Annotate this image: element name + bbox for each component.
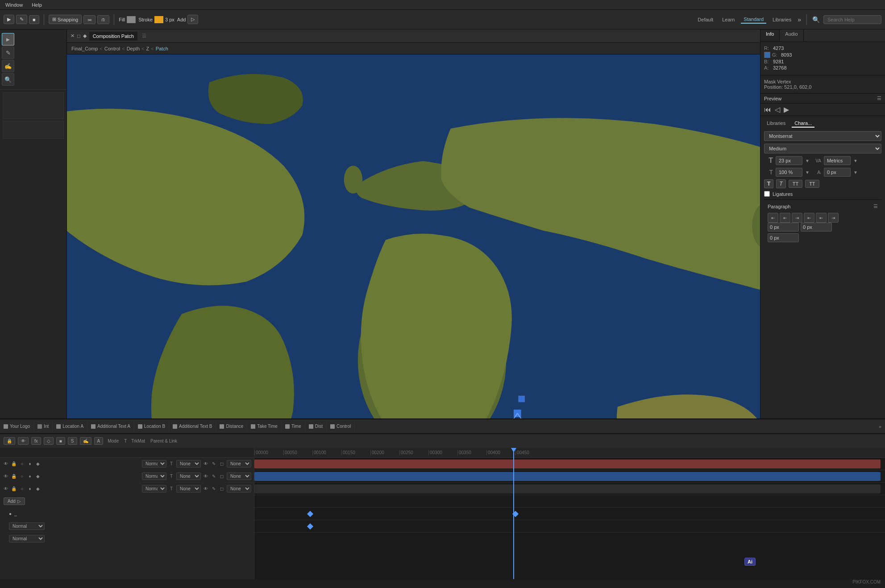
char-tracking-input[interactable]: [824, 156, 851, 165]
pen-tool-btn[interactable]: ✎: [16, 15, 27, 24]
para-space-after-input[interactable]: [801, 223, 832, 232]
preview-prev-frame-btn[interactable]: ◁: [775, 105, 780, 114]
preview-menu-icon[interactable]: ☰: [877, 95, 881, 101]
workspace-learn[interactable]: Learn: [719, 16, 737, 23]
hand-tool[interactable]: ✍: [2, 60, 14, 72]
para-space-before-input[interactable]: [768, 223, 799, 232]
char-baseline-down-icon[interactable]: ▼: [853, 170, 858, 175]
right-tab-audio[interactable]: Audio: [780, 29, 803, 41]
menu-help[interactable]: Help: [30, 1, 44, 8]
breadcrumb-final-comp[interactable]: Final_Comp: [71, 46, 98, 51]
char-size-down-icon[interactable]: ▼: [805, 158, 810, 163]
tl-pencil-2[interactable]: ✎: [211, 473, 217, 480]
tl-mode-1[interactable]: Normal: [142, 460, 166, 468]
fill-swatch[interactable]: [127, 16, 136, 23]
tl-mode-2[interactable]: Normal: [142, 472, 166, 480]
tl-link-2[interactable]: ◻: [219, 473, 225, 480]
tl-solo-icon-2[interactable]: ○: [19, 473, 25, 480]
search-input[interactable]: [823, 15, 881, 24]
tl-eye-2-1[interactable]: 👁: [203, 461, 209, 467]
right-tab-info[interactable]: Info: [760, 29, 780, 41]
tl-mode-3[interactable]: Normal: [142, 485, 166, 493]
breadcrumb-z[interactable]: Z: [146, 46, 149, 51]
workspace-default[interactable]: Default: [695, 16, 716, 23]
comp-tab-patch[interactable]: Composition Patch: [89, 32, 137, 41]
char-weight-select[interactable]: Medium: [764, 144, 881, 153]
tl-tab-location-a[interactable]: Location A: [53, 422, 87, 431]
workspace-overflow-icon[interactable]: »: [798, 16, 801, 23]
char-underline-btn[interactable]: TT: [789, 180, 802, 188]
comp-minimize-icon[interactable]: □: [77, 33, 80, 39]
tl-eye-icon-1[interactable]: 👁: [3, 461, 9, 467]
char-tracking-down-icon[interactable]: ▼: [853, 158, 858, 163]
tl-effects-btn[interactable]: fx: [31, 437, 41, 445]
preview-go-start-btn[interactable]: ⏮: [764, 106, 771, 114]
tl-parent-3[interactable]: None: [227, 485, 251, 493]
workspace-libraries[interactable]: Libraries: [770, 16, 794, 23]
select-tool[interactable]: ►: [2, 33, 14, 46]
tl-eye-2-3[interactable]: 👁: [203, 486, 209, 492]
pen-tool[interactable]: ✎: [2, 46, 14, 59]
tl-tab-additional-text-a[interactable]: Additional Text A: [87, 422, 134, 431]
tl-tab-time[interactable]: Time: [282, 422, 305, 431]
tl-lock-icon-2[interactable]: 🔒: [11, 473, 17, 480]
tl-t-icon-2[interactable]: T: [168, 473, 175, 480]
tl-frame-btn[interactable]: ◇: [44, 437, 54, 445]
breadcrumb-control[interactable]: Control: [104, 46, 120, 51]
para-menu-icon[interactable]: ☰: [873, 203, 878, 209]
para-justify-left-btn[interactable]: ⇤: [804, 213, 814, 223]
tl-solo-icon-1[interactable]: ○: [19, 461, 25, 467]
tl-playhead[interactable]: [513, 448, 514, 579]
tl-tab-int[interactable]: Int: [34, 422, 53, 431]
zoom-tool[interactable]: 🔍: [2, 73, 14, 86]
shape-tool-btn[interactable]: ■: [29, 15, 39, 24]
char-tab-libraries[interactable]: Libraries: [764, 120, 788, 128]
tl-tabs-overflow[interactable]: »: [875, 424, 885, 429]
para-left-align-btn[interactable]: ⇤: [768, 213, 778, 223]
tl-eye-2-2[interactable]: 👁: [203, 473, 209, 480]
tl-normal-select-1[interactable]: Normal: [9, 522, 45, 530]
tl-link-3[interactable]: ◻: [219, 486, 225, 492]
tl-tab-additional-text-b[interactable]: Additional Text B: [169, 422, 216, 431]
tl-lock-btn[interactable]: 🔒: [4, 437, 15, 445]
tl-motion-blur-icon-2[interactable]: ◆: [35, 473, 41, 480]
add-btn[interactable]: ▷: [187, 15, 198, 24]
tl-layer-icon-btn[interactable]: ■: [56, 437, 65, 445]
char-font-select[interactable]: Montserrat: [764, 131, 881, 141]
char-strikethrough-btn[interactable]: TT: [805, 180, 819, 188]
preview-play-btn[interactable]: ▶: [784, 105, 789, 114]
tl-tab-distance[interactable]: Distance: [216, 422, 247, 431]
snapping-btn[interactable]: ⊞ Snapping: [49, 15, 82, 24]
breadcrumb-depth[interactable]: Depth: [127, 46, 140, 51]
tl-eye-icon-3[interactable]: 👁: [3, 486, 9, 492]
distribute-btn[interactable]: ⫙: [97, 15, 109, 24]
para-justify-right-btn[interactable]: ⇥: [828, 213, 839, 223]
char-leading-input[interactable]: [776, 168, 802, 177]
char-size-input[interactable]: [776, 156, 802, 165]
align-btn[interactable]: ⫘: [83, 15, 96, 24]
tl-label-btn[interactable]: A: [94, 437, 104, 445]
tl-tab-location-b[interactable]: Location B: [134, 422, 169, 431]
tl-normal-select-2[interactable]: Normal: [9, 535, 45, 542]
workspace-standard[interactable]: Standard: [741, 16, 766, 24]
search-icon[interactable]: 🔍: [812, 16, 820, 23]
tl-lock-icon-1[interactable]: 🔒: [11, 461, 17, 467]
tl-motion-blur-icon-1[interactable]: ◆: [35, 461, 41, 467]
tl-pencil-3[interactable]: ✎: [211, 486, 217, 492]
tl-tab-control[interactable]: Control: [327, 422, 355, 431]
tl-t-icon-3[interactable]: T: [168, 486, 175, 492]
tl-hide-btn[interactable]: 👁: [18, 437, 29, 445]
tl-eye-icon-2[interactable]: 👁: [3, 473, 9, 480]
para-center-align-btn[interactable]: ⇤: [780, 213, 790, 223]
tl-trkmat-1[interactable]: None: [176, 460, 201, 468]
stroke-swatch[interactable]: [154, 16, 163, 23]
tl-t-icon-1[interactable]: T: [168, 461, 175, 467]
tl-trkmat-3[interactable]: None: [176, 485, 201, 493]
tl-parent-1[interactable]: None: [227, 460, 251, 468]
tl-tab-dist[interactable]: Dist: [305, 422, 327, 431]
menu-window[interactable]: Window: [4, 1, 25, 8]
tl-solo-btn[interactable]: S: [68, 437, 77, 445]
comp-expand-icon[interactable]: ◆: [83, 33, 87, 39]
char-italic-btn[interactable]: T: [776, 179, 785, 188]
para-indent-input[interactable]: [768, 233, 799, 242]
